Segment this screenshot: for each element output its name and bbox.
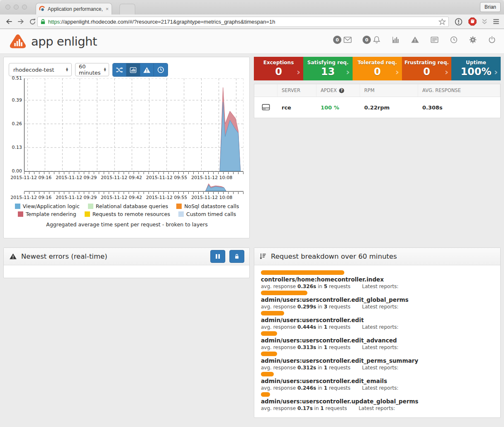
lock-stream-button[interactable] (229, 250, 244, 263)
tile-value: 13 (303, 66, 353, 78)
pause-stream-button[interactable] (210, 250, 225, 263)
legend-item[interactable]: Custom timed calls (178, 211, 236, 217)
reports-button[interactable] (410, 35, 420, 44)
endpoint-name[interactable]: admin/users:userscontroller.edit_emails (261, 378, 494, 384)
logs-button[interactable] (430, 35, 439, 44)
column-apdex: APDEX ? (317, 84, 360, 97)
extension-adblock-icon[interactable] (467, 16, 478, 27)
endpoint-stats: avg. response 0.299s in 3 requestsLatest… (261, 304, 494, 310)
latest-reports-label: Latest reports: (362, 365, 399, 371)
column-avg-response: AVG. RESPONSE (418, 84, 500, 97)
legend-item[interactable]: View/Application logic (15, 203, 80, 209)
usage-bar (261, 331, 277, 336)
timespan-select[interactable]: 60 minutes ▲▼ (75, 63, 109, 76)
status-tile[interactable]: Satisfying req. 13 › (303, 57, 353, 80)
endpoint-name[interactable]: controllers/home:homecontroller.index (261, 276, 494, 283)
metrics-button[interactable] (391, 35, 400, 44)
breakdown-row: admin/users:userscontroller.edit_advance… (261, 331, 494, 352)
response-time-button[interactable] (154, 63, 168, 76)
usage-bar (261, 372, 274, 376)
server-name[interactable]: rce (278, 104, 317, 111)
extension-1password-icon[interactable] (453, 16, 464, 27)
url-text: https://appenlight.rhodecode.com/#/?reso… (48, 19, 438, 25)
legend-item[interactable]: Requests to remote resources (85, 211, 170, 217)
request-breakdown-header: Request breakdown over 60 minutes (254, 248, 500, 265)
svg-text:?: ? (341, 88, 343, 92)
select-caret-icon: ▲▼ (101, 68, 106, 72)
power-icon (487, 35, 497, 44)
history-button[interactable] (449, 35, 458, 44)
endpoint-name[interactable]: admin/users:userscontroller.update_globa… (261, 398, 494, 405)
app-header: app enlight 0 0 (0, 29, 504, 54)
application-select[interactable]: rhodecode-test ▲▼ (9, 63, 72, 76)
y-tick-label: 0.13 (5, 145, 22, 150)
server-row[interactable]: rce 100 % 0.22rpm 0.308s (254, 97, 500, 118)
browser-profile-button[interactable]: Brian (480, 2, 501, 12)
browser-tab[interactable]: Application performance, e × (36, 3, 112, 15)
window-close-button[interactable] (5, 5, 10, 10)
errors-graph-button[interactable] (140, 63, 154, 76)
status-tile[interactable]: Tolerated req. 0 › (353, 57, 402, 80)
new-tab-button[interactable] (119, 4, 135, 15)
chevron-right-icon: › (494, 67, 498, 77)
lock-icon (234, 253, 240, 260)
legend-swatch (85, 211, 90, 217)
legend-label: View/Application logic (23, 203, 80, 209)
extension-chevron-icon[interactable] (479, 16, 490, 27)
url-bar[interactable]: https://appenlight.rhodecode.com/#/?reso… (37, 17, 449, 27)
main-chart-plot[interactable] (24, 78, 243, 172)
usage-bar (261, 291, 307, 295)
gear-icon (468, 35, 477, 44)
server-icon-column (254, 84, 278, 97)
breakdown-row: admin/users:userscontroller.update_globa… (261, 392, 494, 412)
bookmark-star-icon[interactable] (438, 18, 446, 26)
timespan-select-value: 60 minutes (79, 63, 101, 76)
alerts-button[interactable]: 0 (363, 35, 381, 44)
tile-label: Satisfying req. (303, 60, 353, 66)
endpoint-stats: avg. response 0.246s in 1 requestsLatest… (261, 385, 494, 391)
chevron-right-icon: › (395, 67, 399, 77)
latest-reports-label: Latest reports: (362, 284, 399, 289)
endpoint-name[interactable]: admin/users:userscontroller.edit (261, 317, 494, 323)
y-tick-label: 0.00 (5, 168, 22, 174)
legend-item[interactable]: Relational database queries (88, 203, 168, 209)
help-circle-icon[interactable]: ? (339, 88, 344, 93)
status-tile[interactable]: Frustrating req. 0 › (402, 57, 451, 80)
legend-item[interactable]: NoSql datastore calls (176, 203, 239, 209)
clock-icon (157, 66, 165, 74)
status-tile[interactable]: Exceptions 0 › (254, 57, 303, 80)
legend-swatch (178, 211, 184, 217)
usage-bar (261, 352, 277, 356)
legend-item[interactable]: Template rendering (18, 211, 76, 217)
metrics-chart-panel: rhodecode-test ▲▼ 60 minutes ▲▼ (3, 57, 250, 238)
breakdown-row: admin/users:userscontroller.edit_emailsa… (261, 372, 494, 392)
app-logo[interactable]: app enlight (9, 34, 97, 49)
navigator-chart[interactable] (24, 182, 243, 192)
settings-button[interactable] (468, 35, 477, 44)
tile-value: 0 (402, 66, 451, 78)
metrics-graph-button[interactable] (127, 63, 140, 76)
column-rpm: RPM (360, 84, 418, 97)
warning-triangle-icon (410, 35, 420, 44)
request-breakdown-title: Request breakdown over 60 minutes (271, 252, 397, 260)
chart-legend-row: View/Application logicRelational databas… (4, 203, 250, 209)
logout-button[interactable] (487, 35, 497, 44)
window-minimize-button[interactable] (14, 5, 19, 10)
back-button[interactable] (3, 17, 15, 27)
reload-button[interactable] (27, 17, 38, 27)
random-requests-button[interactable] (113, 63, 127, 76)
tile-value: 0 (254, 66, 303, 78)
status-tile[interactable]: Uptime 100% › (451, 57, 501, 80)
messages-button[interactable]: 0 (333, 35, 353, 44)
browser-menu-icon[interactable] (491, 16, 502, 27)
tab-close-icon[interactable]: × (105, 6, 109, 12)
newest-errors-title: Newest errors (real-time) (21, 252, 107, 260)
endpoint-name[interactable]: admin/users:userscontroller.edit_global_… (261, 296, 494, 303)
messages-badge: 0 (333, 36, 341, 44)
latest-reports-label: Latest reports: (362, 385, 399, 391)
endpoint-name[interactable]: admin/users:userscontroller.edit_advance… (261, 337, 494, 344)
endpoint-name[interactable]: admin/users:userscontroller.edit_perms_s… (261, 357, 494, 364)
alerts-badge: 0 (363, 36, 371, 44)
forward-button[interactable] (15, 17, 27, 27)
window-zoom-button[interactable] (22, 5, 27, 10)
